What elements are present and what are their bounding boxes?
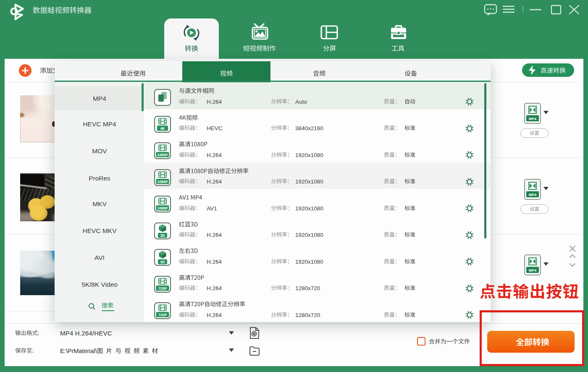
svg-text:MP4: MP4 <box>529 268 537 272</box>
svg-text:MP4: MP4 <box>529 117 537 121</box>
svg-text:1080P: 1080P <box>157 153 168 157</box>
svg-text:3D: 3D <box>160 233 165 238</box>
svg-text:1080P: 1080P <box>157 179 168 183</box>
svg-text:720P: 720P <box>158 313 167 317</box>
svg-text:720P: 720P <box>158 286 167 290</box>
svg-text:MP4: MP4 <box>529 193 537 197</box>
svg-text:3D: 3D <box>160 260 165 264</box>
svg-text:1080P: 1080P <box>157 206 168 210</box>
svg-text:4K: 4K <box>160 126 165 130</box>
